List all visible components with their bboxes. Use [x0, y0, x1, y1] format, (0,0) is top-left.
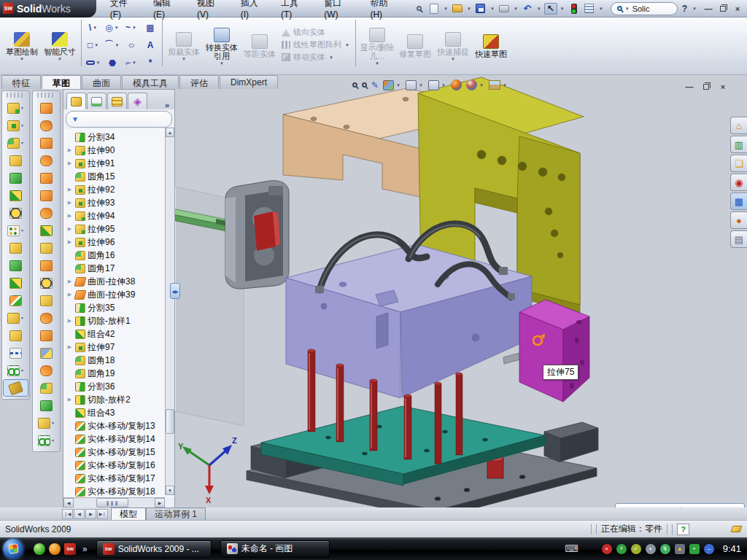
trim-entities-button[interactable]: 剪裁实体 ▼ — [165, 29, 203, 61]
tree-item[interactable]: ▶拉伸90 — [65, 144, 174, 157]
print-icon[interactable] — [498, 3, 511, 15]
tree-item[interactable]: 实体-移动/复制14 — [65, 432, 174, 446]
pattern-tool-icon[interactable]: ▼ — [2, 222, 29, 239]
curve-tool-icon[interactable]: ▼ — [2, 362, 29, 379]
tab-evaluate[interactable]: 评估 — [179, 75, 219, 89]
tree-item[interactable]: ▶拉伸96 — [65, 236, 174, 249]
tree-item[interactable]: 分割35 — [65, 301, 174, 314]
file-explorer-icon[interactable]: ❏ — [730, 155, 747, 172]
tab-motion-study[interactable]: 运动算例 1 — [146, 508, 206, 520]
tree-item[interactable]: ▶拉伸95 — [65, 222, 174, 236]
help-dropdown-icon[interactable]: ▼ — [692, 7, 697, 11]
pattern-dropdown-icon[interactable]: ▼ — [345, 43, 349, 47]
rapid-sketch-button[interactable]: 快速草图 — [472, 31, 510, 58]
tree-item[interactable]: 实体-移动/复制16 — [65, 459, 174, 472]
scroll-up-icon[interactable]: ▲ — [166, 128, 174, 137]
scroll-down-icon[interactable]: ▼ — [166, 486, 174, 495]
combine-tool-icon[interactable] — [2, 257, 29, 274]
view-orientation-icon[interactable]: ▼ — [383, 80, 401, 90]
prev-tab-icon[interactable]: ◀ — [74, 509, 85, 519]
doc-restore-icon[interactable] — [701, 82, 711, 91]
move-copy-body-icon[interactable] — [2, 292, 29, 309]
tree-item[interactable]: 实体-移动/复制18 — [65, 485, 174, 497]
tree-item[interactable]: ▶切除-放样1 — [65, 314, 174, 327]
tooling-split-icon[interactable] — [33, 362, 60, 379]
sketch-dropdown-icon[interactable]: ▼ — [20, 57, 24, 61]
property-manager-tab[interactable] — [87, 93, 107, 109]
parting-surface-icon[interactable] — [33, 327, 60, 344]
options-dropdown-icon[interactable]: ▼ — [599, 7, 603, 11]
tree-item[interactable]: ▶切除-放样2 — [65, 393, 174, 406]
tab-sketch[interactable]: 草图 — [42, 75, 81, 89]
tree-item[interactable]: ▶拉伸93 — [65, 196, 174, 209]
restore-icon[interactable] — [718, 4, 728, 13]
insert-feature-icon[interactable]: ▼ — [2, 309, 29, 327]
swept-surface-icon[interactable] — [33, 99, 60, 117]
taskbar-button-solidworks[interactable]: SW SolidWorks 2009 - ... — [96, 540, 212, 558]
lofted-surface-icon[interactable] — [33, 117, 60, 134]
select-dropdown-icon[interactable]: ▼ — [560, 7, 565, 11]
offset-surface-icon[interactable] — [33, 204, 60, 222]
search-scope-dropdown-icon[interactable]: ▼ — [625, 7, 630, 11]
undo-icon[interactable]: ↶ — [521, 3, 534, 15]
boundary-surface-icon[interactable] — [33, 134, 60, 152]
knit-surface-icon[interactable] — [33, 292, 60, 309]
measure-tool-icon[interactable] — [3, 379, 28, 397]
quick-snaps-button[interactable]: 快速捕捉 ▼ — [434, 29, 472, 61]
user-status-icon[interactable]: – — [704, 544, 714, 554]
network-warning-icon[interactable]: ▲ — [675, 544, 685, 554]
badge-icon[interactable]: ✓ — [631, 544, 641, 554]
tab-mold-tools[interactable]: 模具工具 — [122, 75, 179, 89]
polygon-tool[interactable]: ⬣ — [103, 54, 122, 71]
sketch-fillet-tool[interactable]: ⌐▼ — [122, 54, 141, 71]
smart-dimension-button[interactable]: 智能尺寸 ▼ — [41, 29, 79, 61]
reference-axis-icon[interactable] — [2, 344, 29, 362]
security-alert-icon[interactable]: × — [602, 544, 612, 554]
tab-dimxpert[interactable]: DimXpert — [220, 75, 278, 89]
tree-vertical-scrollbar[interactable]: ▲ ▼ — [165, 128, 174, 495]
scroll-left-icon[interactable]: ◀ — [63, 498, 74, 508]
undo-dropdown-icon[interactable]: ▼ — [537, 7, 541, 11]
configuration-manager-tab[interactable] — [107, 93, 127, 109]
panel-splitter-handle[interactable]: ◀▶ — [170, 283, 180, 299]
close-icon[interactable]: × — [732, 4, 743, 13]
scroll-thumb[interactable]: ❚❚❚ — [96, 498, 128, 508]
tree-item[interactable]: 组合43 — [65, 406, 174, 419]
featuremanager-tree-tab[interactable] — [66, 93, 86, 109]
menu-tools[interactable]: 工具(T) — [274, 0, 316, 22]
parting-line-icon[interactable] — [33, 309, 60, 327]
untrim-surface-icon[interactable] — [33, 274, 60, 292]
tree-item[interactable]: ▶拉伸97 — [65, 341, 174, 354]
pin-icon[interactable] — [412, 3, 425, 15]
extruded-boss-icon[interactable]: ▼ — [2, 99, 29, 117]
open-folder-icon[interactable] — [451, 3, 464, 15]
taskbar-button-paint[interactable]: 未命名 - 画图 — [220, 540, 330, 558]
menu-edit[interactable]: 编辑(E) — [147, 0, 189, 22]
planar-surface-icon[interactable] — [33, 187, 60, 204]
tree-item[interactable]: 实体-移动/复制15 — [65, 446, 174, 459]
media-app-icon[interactable] — [49, 543, 61, 555]
zoom-to-area-icon[interactable] — [362, 82, 367, 88]
shut-off-surface-icon[interactable] — [33, 344, 60, 362]
menu-window[interactable]: 窗口(W) — [317, 0, 362, 22]
model-part-latch-housing[interactable] — [225, 181, 289, 289]
tree-item[interactable]: 圆角19 — [65, 367, 174, 380]
tree-item[interactable]: ▶曲面-拉伸38 — [65, 275, 174, 288]
tree-item[interactable]: 分割36 — [65, 380, 174, 393]
custom-properties-icon[interactable]: ▤ — [730, 230, 747, 248]
quick-tips-button[interactable]: ? — [677, 524, 689, 535]
view-settings-icon[interactable]: ▼ — [489, 80, 508, 90]
move-entities-button[interactable]: 移动实体▼ — [282, 52, 350, 63]
rib-tool-icon[interactable] — [2, 187, 29, 204]
point-tool[interactable]: * — [141, 54, 160, 71]
tree-item[interactable]: 圆角15 — [65, 170, 174, 183]
fillet-tool-icon[interactable]: ▼ — [2, 134, 29, 152]
appearances-icon[interactable]: ● — [730, 211, 747, 229]
freeform-surface-icon[interactable] — [33, 169, 60, 187]
model-part-slide-block[interactable] — [519, 300, 589, 402]
tree-item[interactable]: ▶拉伸91 — [65, 157, 174, 170]
solidworks-resources-icon[interactable]: ◉ — [730, 174, 747, 191]
move-dropdown-icon[interactable]: ▼ — [329, 55, 333, 60]
dome-tool-icon[interactable] — [33, 397, 60, 414]
last-tab-icon[interactable]: ▶❘ — [97, 509, 108, 519]
